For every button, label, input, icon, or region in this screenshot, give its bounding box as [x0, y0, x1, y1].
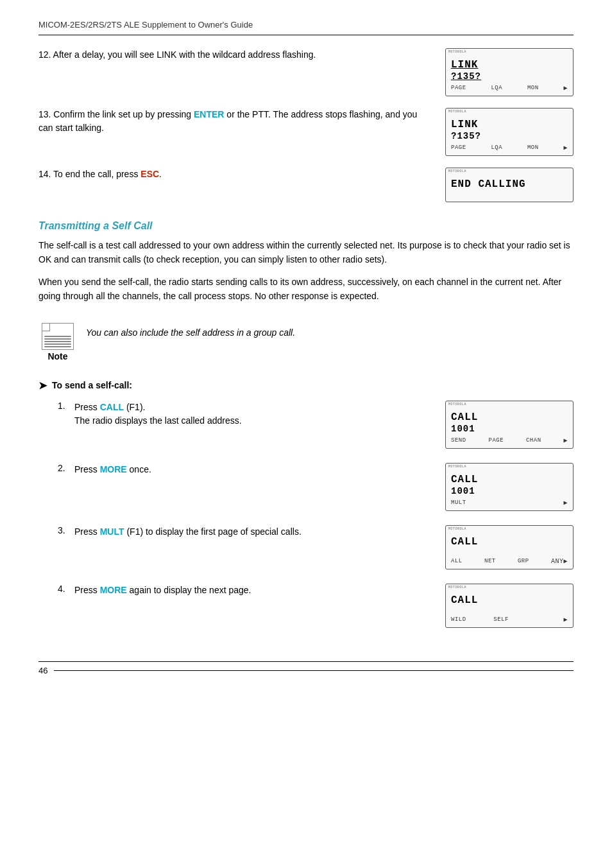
device-call-softkeys: SEND PAGE CHAN ▶ — [451, 437, 568, 444]
sub-step-3-content: Press MULT (F1) to display the first pag… — [74, 525, 445, 539]
step-12-text: 12. After a delay, you will see LINK wit… — [38, 48, 445, 62]
note-line-4 — [44, 343, 71, 345]
note-lines — [44, 336, 71, 347]
sub-step-4-num: 4. — [58, 584, 74, 594]
sub-step-4-content: Press MORE again to display the next pag… — [74, 584, 445, 597]
note-line-1 — [44, 336, 71, 337]
device-line2: ?135? — [451, 131, 568, 142]
motorola-logo-3: MOTOROLA — [448, 169, 466, 173]
sub-step-2-content: Press MORE once. — [74, 463, 445, 476]
step-13-num: 13. — [38, 109, 53, 119]
motorola-logo-2: MOTOROLA — [448, 110, 466, 114]
step-13-device: MOTOROLA LINK ?135? PAGE LQA MON ▶ — [445, 108, 574, 156]
section-heading: Transmitting a Self Call — [38, 220, 574, 232]
device-softkeys: PAGE LQA MON ▶ — [451, 144, 568, 152]
note-line-3 — [44, 341, 71, 342]
sub-step-4: 4. Press MORE again to display the next … — [58, 584, 574, 628]
device-all-softkeys: ALL NET GRP ANY▶ — [451, 557, 568, 565]
step-13-body: Confirm the link set up by pressing ENTE… — [38, 109, 417, 133]
note-image — [42, 323, 74, 350]
step-14: 14. To end the call, press ESC. MOTOROLA… — [38, 168, 574, 202]
device-link-solid: MOTOROLA LINK ?135? PAGE LQA MON ▶ — [445, 108, 574, 156]
device-mult-line1: CALL — [451, 474, 568, 486]
note-fold — [42, 324, 50, 331]
page-footer: 46 — [38, 661, 574, 675]
procedure-heading-text: To send a self-call: — [52, 380, 132, 390]
device-line1: LINK — [451, 59, 568, 71]
arrow-icon: ➤ — [38, 379, 47, 392]
device-link-flashing: MOTOROLA LINK ?135? PAGE LQA MON ▶ — [445, 48, 574, 96]
sub-step-3-num: 3. — [58, 525, 74, 535]
device-softkeys: PAGE LQA MON ▶ — [451, 84, 568, 92]
step-12-device: MOTOROLA LINK ?135? PAGE LQA MON ▶ — [445, 48, 574, 96]
step-13: 13. Confirm the link set up by pressing … — [38, 108, 574, 156]
note-label: Note — [47, 351, 67, 361]
device-call-1001-mult: MOTOROLA CALL 1001 MULT ▶ — [445, 463, 574, 511]
device-call-wild: MOTOROLA CALL WILD SELF ▶ — [445, 584, 574, 628]
header-title: MICOM-2ES/2RS/2TS ALE Supplement to Owne… — [38, 20, 253, 30]
note-container: Note You can also include the self addre… — [38, 323, 574, 361]
note-icon-area: Note — [38, 323, 77, 361]
device-wild-line1: CALL — [451, 595, 568, 607]
device-call-all: MOTOROLA CALL ALL NET GRP ANY▶ — [445, 525, 574, 569]
sub-step-2-device: MOTOROLA CALL 1001 MULT ▶ — [445, 463, 574, 511]
section-body1: The self-call is a test call addressed t… — [38, 238, 574, 267]
device-mult-softkeys: MULT ▶ — [451, 499, 568, 507]
device-wild-softkeys: WILD SELF ▶ — [451, 616, 568, 623]
more-highlight-1: MORE — [100, 464, 127, 474]
call-highlight: CALL — [100, 402, 124, 412]
sub-step-1-num: 1. — [58, 401, 74, 411]
sub-step-1-subtext: The radio displays the last called addre… — [74, 415, 242, 426]
step-14-num: 14. — [38, 169, 53, 179]
page-header: MICOM-2ES/2RS/2TS ALE Supplement to Owne… — [38, 19, 574, 35]
device-call-line2: 1001 — [451, 424, 568, 435]
note-text: You can also include the self address in… — [86, 323, 295, 340]
motorola-logo-1: MOTOROLA — [448, 50, 466, 54]
page-number: 46 — [38, 666, 47, 675]
device-end-calling: MOTOROLA END CALLING — [445, 168, 574, 202]
note-line-5 — [44, 346, 71, 347]
sub-step-2: 2. Press MORE once. MOTOROLA CALL 1001 M… — [58, 463, 574, 511]
sub-steps: 1. Press CALL (F1). The radio displays t… — [58, 401, 574, 642]
device-line2: ?135? — [451, 71, 568, 82]
more-highlight-2: MORE — [100, 585, 127, 595]
sub-step-1-device: MOTOROLA CALL 1001 SEND PAGE CHAN ▶ — [445, 401, 574, 449]
sub-step-1-content: Press CALL (F1). The radio displays the … — [74, 401, 445, 428]
note-line-2 — [44, 338, 71, 340]
section-body2: When you send the self-call, the radio s… — [38, 275, 574, 304]
device-call-1001-send: MOTOROLA CALL 1001 SEND PAGE CHAN ▶ — [445, 401, 574, 449]
device-all-line1: CALL — [451, 536, 568, 548]
step-14-body: To end the call, press ESC. — [53, 169, 162, 179]
sub-step-3: 3. Press MULT (F1) to display the first … — [58, 525, 574, 569]
device-call-line1: CALL — [451, 412, 568, 424]
sub-step-3-device: MOTOROLA CALL ALL NET GRP ANY▶ — [445, 525, 574, 569]
top-steps: 12. After a delay, you will see LINK wit… — [38, 48, 574, 214]
mult-highlight: MULT — [100, 526, 124, 537]
sub-step-2-num: 2. — [58, 463, 74, 473]
esc-highlight: ESC — [140, 169, 159, 179]
procedure-heading: ➤ To send a self-call: — [38, 379, 574, 392]
sub-step-1: 1. Press CALL (F1). The radio displays t… — [58, 401, 574, 449]
device-mult-line2: 1001 — [451, 486, 568, 497]
step-14-text: 14. To end the call, press ESC. — [38, 168, 445, 181]
footer-rule — [54, 670, 574, 671]
step-13-text: 13. Confirm the link set up by pressing … — [38, 108, 445, 135]
step-12-num: 12. — [38, 49, 53, 60]
motorola-logo-7: MOTOROLA — [448, 586, 466, 589]
device-line1: LINK — [451, 119, 568, 131]
enter-highlight: ENTER — [194, 109, 224, 119]
step-14-device: MOTOROLA END CALLING — [445, 168, 574, 202]
motorola-logo-6: MOTOROLA — [448, 527, 466, 531]
content-area: 12. After a delay, you will see LINK wit… — [38, 48, 574, 642]
sub-step-4-device: MOTOROLA CALL WILD SELF ▶ — [445, 584, 574, 628]
motorola-logo-4: MOTOROLA — [448, 403, 466, 406]
motorola-logo-5: MOTOROLA — [448, 465, 466, 469]
step-12: 12. After a delay, you will see LINK wit… — [38, 48, 574, 96]
step-12-body: After a delay, you will see LINK with th… — [53, 49, 316, 60]
device-end-line1: END CALLING — [451, 178, 568, 191]
